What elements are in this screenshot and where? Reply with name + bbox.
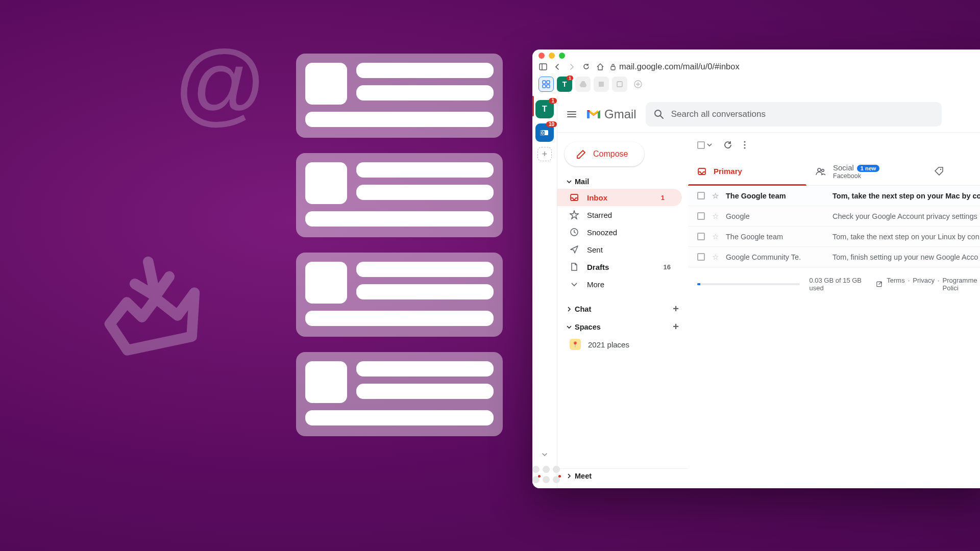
footer-link-terms[interactable]: Terms [887, 277, 904, 292]
email-subject: Check your Google Account privacy settin… [832, 212, 980, 220]
browser-tab-bar: T 1 [532, 74, 980, 96]
row-checkbox[interactable] [697, 253, 705, 261]
star-icon[interactable]: ☆ [712, 253, 719, 261]
rail-collapse-icon[interactable] [542, 453, 548, 457]
row-checkbox[interactable] [697, 233, 705, 240]
spaces-add-button[interactable]: + [673, 321, 679, 333]
nav-snoozed[interactable]: Snoozed [557, 223, 688, 241]
pencil-icon [576, 148, 587, 160]
tag-icon [934, 166, 944, 177]
space-label: 2021 places [588, 340, 629, 349]
gmail-logo[interactable]: Gmail [586, 107, 636, 121]
rail-tool-3[interactable] [553, 466, 560, 473]
rail-item-outlook[interactable]: 10 [535, 123, 554, 142]
spaces-section-label: Spaces [575, 323, 601, 331]
select-all-checkbox[interactable] [697, 141, 712, 149]
browser-tab-team[interactable]: T 1 [557, 77, 572, 92]
space-item[interactable]: 📍 2021 places [557, 336, 688, 353]
gmail-logo-icon [586, 108, 601, 120]
rail-tool-2[interactable] [543, 466, 550, 473]
rail-item-letter: T [542, 105, 547, 114]
nav-count: 16 [664, 263, 671, 271]
search-icon [654, 109, 664, 119]
open-external-icon[interactable] [876, 281, 883, 288]
svg-rect-2 [611, 66, 615, 70]
inbox-decoration-icon [96, 250, 213, 367]
chat-section-label: Chat [575, 305, 591, 313]
more-icon[interactable] [744, 140, 746, 149]
tab-social[interactable]: Social1 new Facebook [806, 157, 925, 185]
browser-tab-generic-1[interactable] [594, 77, 609, 92]
storage-bar [697, 283, 800, 285]
star-icon[interactable]: ☆ [712, 212, 719, 220]
rail-tool-1[interactable] [532, 466, 540, 473]
nav-inbox[interactable]: Inbox 1 [557, 189, 682, 206]
svg-rect-7 [599, 82, 604, 87]
browser-tab-apps[interactable] [538, 77, 554, 92]
footer-links: Terms· Privacy· Programme Polici [887, 277, 980, 292]
browser-toolbar: mail.google.com/mail/u/0/#inbox [532, 57, 980, 74]
tab-letter: T [562, 80, 567, 88]
rail-tool-6[interactable] [553, 476, 560, 483]
star-icon [570, 210, 579, 219]
email-sender: Google [726, 212, 825, 220]
email-sender: Google Community Te. [726, 253, 825, 261]
footer-link-policies[interactable]: Programme Polici [943, 277, 980, 292]
file-icon [570, 262, 579, 271]
at-sign-decoration: @ [174, 31, 267, 136]
list-toolbar [688, 133, 980, 157]
tab-sublabel: Facebook [833, 172, 879, 180]
nav-drafts[interactable]: Drafts 16 [557, 258, 688, 276]
mail-section-header[interactable]: Mail [557, 174, 688, 189]
footer-link-privacy[interactable]: Privacy [913, 277, 935, 292]
star-icon[interactable]: ☆ [712, 192, 719, 200]
menu-icon[interactable] [567, 109, 577, 119]
search-bar[interactable]: Search all conversations [646, 102, 942, 127]
chat-section-header[interactable]: Chat + [557, 300, 688, 318]
nav-label: Sent [587, 245, 603, 254]
email-row[interactable]: ☆The Google teamTom, take the next step … [688, 186, 980, 206]
compose-button[interactable]: Compose [565, 142, 644, 166]
rail-bottom-tools [532, 466, 557, 488]
nav-more[interactable]: More [557, 276, 688, 293]
search-placeholder: Search all conversations [671, 109, 766, 119]
rail-tool-4[interactable] [532, 476, 540, 483]
message-card-stack [296, 54, 503, 436]
browser-window: mail.google.com/mail/u/0/#inbox T 1 T 1 … [532, 49, 980, 488]
category-tabs: Primary Social1 new Facebook [688, 157, 980, 186]
url-bar[interactable]: mail.google.com/mail/u/0/#inbox [610, 62, 740, 71]
rail-tool-5[interactable] [543, 476, 550, 483]
spaces-section-header[interactable]: Spaces + [557, 318, 688, 336]
svg-point-21 [822, 169, 824, 171]
back-button[interactable] [553, 62, 562, 71]
email-row[interactable]: ☆GoogleCheck your Google Account privacy… [688, 206, 980, 227]
nav-starred[interactable]: Starred [557, 206, 688, 223]
svg-rect-5 [543, 85, 546, 88]
browser-tab-add[interactable] [630, 77, 646, 92]
row-checkbox[interactable] [697, 192, 705, 199]
reload-button[interactable] [581, 62, 591, 71]
browser-tab-generic-2[interactable] [612, 77, 627, 92]
row-checkbox[interactable] [697, 212, 705, 220]
tab-promotions[interactable] [925, 157, 953, 185]
refresh-icon[interactable] [723, 140, 732, 149]
chat-add-button[interactable]: + [673, 303, 679, 315]
home-button[interactable] [596, 62, 605, 71]
svg-rect-3 [543, 81, 546, 84]
browser-tab-drive[interactable] [575, 77, 591, 92]
email-row[interactable]: ☆The Google teamTom, take the next step … [688, 227, 980, 247]
rail-item-teams[interactable]: T 1 [535, 100, 554, 118]
chevron-down-icon [570, 280, 579, 289]
svg-point-20 [818, 168, 821, 171]
meet-section-header[interactable]: Meet [557, 468, 688, 483]
star-icon[interactable]: ☆ [712, 233, 719, 241]
gmail-header: Gmail Search all conversations [557, 96, 980, 133]
email-row[interactable]: ☆Google Community Te.Tom, finish setting… [688, 247, 980, 267]
forward-button[interactable] [567, 62, 576, 71]
chevron-down-icon [567, 179, 572, 184]
nav-count: 1 [661, 194, 665, 202]
tab-primary[interactable]: Primary [688, 157, 806, 185]
nav-sent[interactable]: Sent [557, 241, 688, 258]
sidebar-toggle-icon[interactable] [538, 62, 548, 71]
rail-add-button[interactable]: + [537, 147, 552, 161]
